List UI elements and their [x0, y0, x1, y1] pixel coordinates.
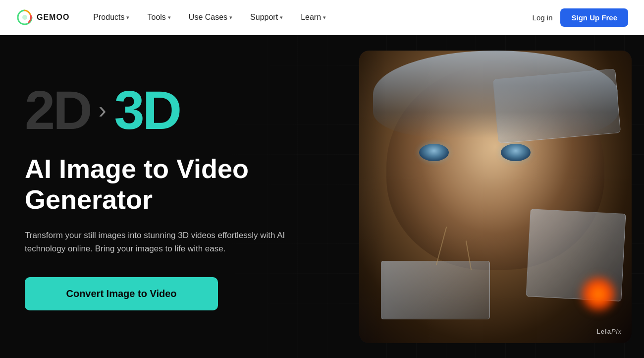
- hero-content: 2D › 3D AI Image to Video Generator Tran…: [0, 35, 347, 358]
- hero-title: AI Image to Video Generator: [25, 153, 317, 215]
- hero-image-area: LeiaPix: [347, 35, 644, 358]
- chevron-down-icon: ▾: [126, 14, 129, 21]
- nav-item-usecases[interactable]: Use Cases ▾: [189, 13, 232, 22]
- nav-item-tools[interactable]: Tools ▾: [147, 13, 170, 22]
- nav-actions: Log in Sign Up Free: [533, 8, 628, 27]
- chevron-down-icon: ▾: [168, 14, 171, 21]
- hero-robot-image: LeiaPix: [359, 51, 632, 343]
- signup-button[interactable]: Sign Up Free: [560, 8, 628, 27]
- robot-eye-left: [419, 144, 449, 161]
- hero-2d-label: 2D: [25, 83, 91, 137]
- svg-point-0: [22, 15, 27, 20]
- hero-title-line2: Generator: [25, 184, 153, 214]
- chevron-down-icon: ▾: [229, 14, 232, 21]
- nav-label-learn: Learn: [301, 13, 321, 22]
- chevron-down-icon: ▾: [323, 14, 326, 21]
- image-credit-badge: LeiaPix: [596, 328, 622, 335]
- orange-glow-effect: [579, 274, 618, 314]
- hero-description: Transform your still images into stunnin…: [25, 229, 302, 255]
- nav-label-tools: Tools: [147, 13, 165, 22]
- hero-section: 2D › 3D AI Image to Video Generator Tran…: [0, 35, 644, 358]
- login-button[interactable]: Log in: [533, 13, 553, 22]
- leia-brand: Leia: [596, 328, 611, 335]
- nav-links: Products ▾ Tools ▾ Use Cases ▾ Support ▾…: [93, 13, 532, 22]
- hero-title-line1: AI Image to Video: [25, 154, 249, 183]
- hero-2d-3d-banner: 2D › 3D: [25, 83, 317, 137]
- nav-label-products: Products: [93, 13, 124, 22]
- logo[interactable]: GEMOO: [16, 8, 69, 26]
- nav-label-usecases: Use Cases: [189, 13, 227, 22]
- nav-item-learn[interactable]: Learn ▾: [301, 13, 326, 22]
- metal-plate-3: [381, 261, 490, 319]
- nav-item-products[interactable]: Products ▾: [93, 13, 129, 22]
- nav-label-support: Support: [250, 13, 278, 22]
- nav-item-support[interactable]: Support ▾: [250, 13, 283, 22]
- wire-detail-1: [436, 227, 447, 265]
- metal-plate-1: [493, 68, 621, 143]
- gemoo-logo-icon: [16, 8, 34, 26]
- chevron-down-icon: ▾: [280, 14, 283, 21]
- navbar: GEMOO Products ▾ Tools ▾ Use Cases ▾ Sup…: [0, 0, 644, 35]
- convert-image-to-video-button[interactable]: Convert Image to Video: [25, 277, 218, 310]
- robot-face-visual: [359, 51, 632, 343]
- logo-text: GEMOO: [37, 13, 69, 22]
- robot-eye-right: [501, 144, 531, 161]
- hero-arrow-icon: ›: [99, 96, 107, 123]
- pix-brand: Pix: [611, 328, 622, 335]
- hero-3d-label: 3D: [114, 83, 180, 137]
